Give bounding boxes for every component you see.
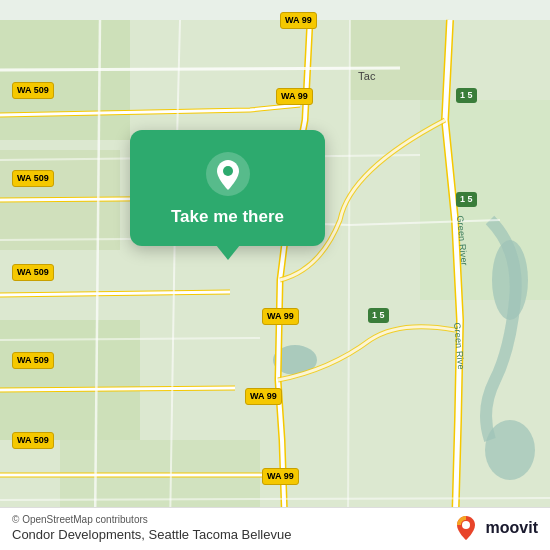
badge-i15-mid: 1 5 bbox=[456, 192, 477, 207]
popup-card[interactable]: Take me there bbox=[130, 130, 325, 246]
badge-wa99-mid: WA 99 bbox=[276, 88, 313, 105]
svg-rect-6 bbox=[420, 100, 550, 300]
svg-rect-1 bbox=[0, 20, 130, 140]
badge-i15-top: 1 5 bbox=[456, 88, 477, 103]
badge-wa509-4: WA 509 bbox=[12, 352, 54, 369]
bottom-left: © OpenStreetMap contributors Condor Deve… bbox=[12, 514, 291, 542]
place-label-tac: Tac bbox=[358, 70, 376, 82]
osm-attribution: © OpenStreetMap contributors bbox=[12, 514, 291, 525]
popup-label: Take me there bbox=[171, 206, 284, 228]
badge-wa509-2: WA 509 bbox=[12, 170, 54, 187]
bottom-bar: © OpenStreetMap contributors Condor Deve… bbox=[0, 507, 550, 550]
location-pin-icon bbox=[206, 152, 250, 196]
svg-point-12 bbox=[462, 521, 470, 529]
badge-wa509-3: WA 509 bbox=[12, 264, 54, 281]
badge-wa99-low2: WA 99 bbox=[245, 388, 282, 405]
badge-wa509-1: WA 509 bbox=[12, 82, 54, 99]
badge-i15-low: 1 5 bbox=[368, 308, 389, 323]
map-container: WA 99 WA 509 WA 99 1 5 WA 509 1 5 WA 509… bbox=[0, 0, 550, 550]
badge-wa509-5: WA 509 bbox=[12, 432, 54, 449]
moovit-logo[interactable]: moovit bbox=[452, 514, 538, 542]
svg-point-11 bbox=[223, 166, 233, 176]
badge-wa99-low1: WA 99 bbox=[262, 308, 299, 325]
badge-wa99-top: WA 99 bbox=[280, 12, 317, 29]
badge-wa99-bot: WA 99 bbox=[262, 468, 299, 485]
moovit-pin-icon bbox=[452, 514, 480, 542]
svg-rect-3 bbox=[0, 320, 140, 440]
location-name: Condor Developments, Seattle Tacoma Bell… bbox=[12, 527, 291, 542]
svg-rect-5 bbox=[350, 20, 450, 100]
moovit-text: moovit bbox=[486, 519, 538, 537]
svg-point-9 bbox=[485, 420, 535, 480]
